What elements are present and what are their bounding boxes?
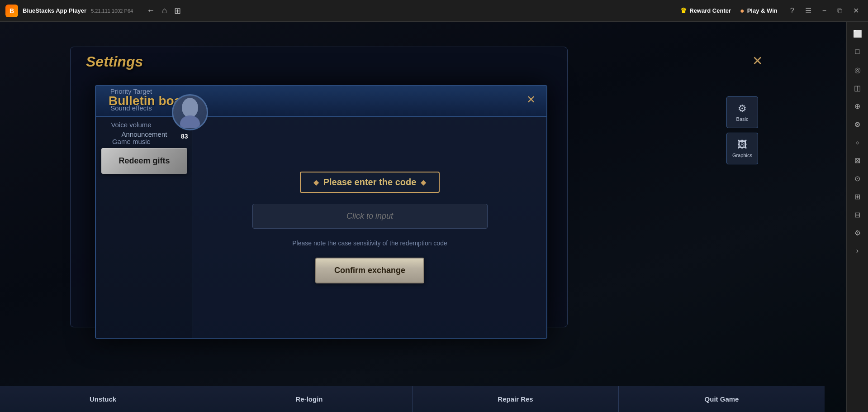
bulletin-content: Please enter the code Please note the ca… xyxy=(193,117,546,338)
menu-item-voice[interactable]: Voice volume xyxy=(95,121,167,129)
play-win-label: Play & Win xyxy=(747,7,778,14)
confirm-exchange-button[interactable]: Confirm exchange xyxy=(315,258,424,283)
settings-right-panel: ⚙ Basic 🖼 Graphics xyxy=(726,96,758,164)
coin-icon: ● xyxy=(740,7,745,15)
crown-icon: ♛ xyxy=(680,6,687,15)
bottom-bar: Unstuck Re-login Repair Res Quit Game xyxy=(0,386,825,412)
titlebar-right: ♛ Reward Center ● Play & Win ? ☰ − ⧉ ✕ xyxy=(680,5,863,17)
character-avatar xyxy=(176,96,204,128)
game-area: Settings ✕ Priority Target Sound effects… xyxy=(0,22,846,412)
close-button[interactable]: ✕ xyxy=(849,5,863,17)
code-header-text: Please enter the code xyxy=(323,177,417,187)
settings-left-menu: Priority Target Sound effects Voice volu… xyxy=(95,87,167,145)
play-win-button[interactable]: ● Play & Win xyxy=(740,7,778,15)
code-input-container xyxy=(252,204,488,229)
graphics-icon: 🖼 xyxy=(737,139,747,151)
titlebar-left: B BlueStacks App Player 5.21.111.1002 P6… xyxy=(5,5,181,17)
reward-center-label: Reward Center xyxy=(689,7,731,14)
bulletin-close-button[interactable]: ✕ xyxy=(523,91,539,108)
menu-button[interactable]: ☰ xyxy=(802,5,815,17)
code-header-badge: Please enter the code xyxy=(300,172,440,193)
menu-item-music[interactable]: Game music xyxy=(95,138,167,145)
menu-item-priority[interactable]: Priority Target xyxy=(95,87,167,95)
home-button[interactable]: ⌂ xyxy=(162,6,167,15)
minimize-button[interactable]: − xyxy=(819,5,830,17)
character-level: 83 xyxy=(181,133,188,140)
recent-button[interactable]: ⊞ xyxy=(174,6,181,16)
settings-close-icon[interactable]: ✕ xyxy=(752,53,763,68)
right-sidebar: ⬜ □ ◎ ◫ ⊕ ⊗ ⬦ ⊠ ⊙ ⊞ ⊟ ⚙ › xyxy=(846,22,868,412)
bluestacks-logo: B xyxy=(5,5,18,17)
quit-game-button[interactable]: Quit Game xyxy=(619,386,825,412)
titlebar: B BlueStacks App Player 5.21.111.1002 P6… xyxy=(0,0,868,22)
unstuck-button[interactable]: Unstuck xyxy=(0,386,206,412)
note-text: Please note the case sensitivity of the … xyxy=(292,240,447,247)
svg-point-0 xyxy=(182,98,198,118)
reward-center-button[interactable]: ♛ Reward Center xyxy=(680,6,731,15)
sidebar-icon-1[interactable]: ⬜ xyxy=(849,25,866,42)
bulletin-sidebar: Announcement Redeem gifts xyxy=(96,117,193,338)
app-version: 5.21.111.1002 P64 xyxy=(91,8,133,14)
sidebar-icon-settings[interactable]: ⚙ xyxy=(849,225,866,241)
back-button[interactable]: ← xyxy=(147,6,155,15)
relogin-button[interactable]: Re-login xyxy=(206,386,413,412)
sidebar-icon-7[interactable]: ⬦ xyxy=(849,134,866,150)
sidebar-icon-3[interactable]: ◎ xyxy=(849,62,866,78)
confirm-exchange-label: Confirm exchange xyxy=(334,266,405,275)
gear-icon: ⚙ xyxy=(738,103,747,115)
titlebar-nav: ← ⌂ ⊞ xyxy=(147,6,181,16)
svg-point-1 xyxy=(180,115,200,128)
settings-title: Settings xyxy=(86,53,143,70)
sidebar-icon-6[interactable]: ⊗ xyxy=(849,116,866,132)
help-button[interactable]: ? xyxy=(787,5,798,17)
repair-res-button[interactable]: Repair Res xyxy=(413,386,619,412)
restore-button[interactable]: ⧉ xyxy=(834,5,846,17)
character-portrait xyxy=(172,94,208,130)
graphics-settings-button[interactable]: 🖼 Graphics xyxy=(726,133,758,164)
window-controls: ? ☰ − ⧉ ✕ xyxy=(787,5,863,17)
basic-label: Basic xyxy=(736,116,749,122)
code-input[interactable] xyxy=(252,204,488,229)
sidebar-icon-10[interactable]: ⊞ xyxy=(849,188,866,205)
graphics-label: Graphics xyxy=(732,153,752,158)
sidebar-icon-2[interactable]: □ xyxy=(849,43,866,60)
sidebar-icon-9[interactable]: ⊙ xyxy=(849,170,866,187)
sidebar-icon-8[interactable]: ⊠ xyxy=(849,152,866,168)
app-name: BlueStacks App Player xyxy=(23,7,86,14)
sidebar-icon-11[interactable]: ⊟ xyxy=(849,206,866,223)
sidebar-icon-4[interactable]: ◫ xyxy=(849,80,866,96)
tab-redeem-gifts[interactable]: Redeem gifts xyxy=(101,148,187,174)
sidebar-icon-arrow[interactable]: › xyxy=(849,243,866,259)
basic-settings-button[interactable]: ⚙ Basic xyxy=(726,96,758,128)
sidebar-icon-5[interactable]: ⊕ xyxy=(849,98,866,114)
menu-item-sound[interactable]: Sound effects xyxy=(95,104,167,112)
